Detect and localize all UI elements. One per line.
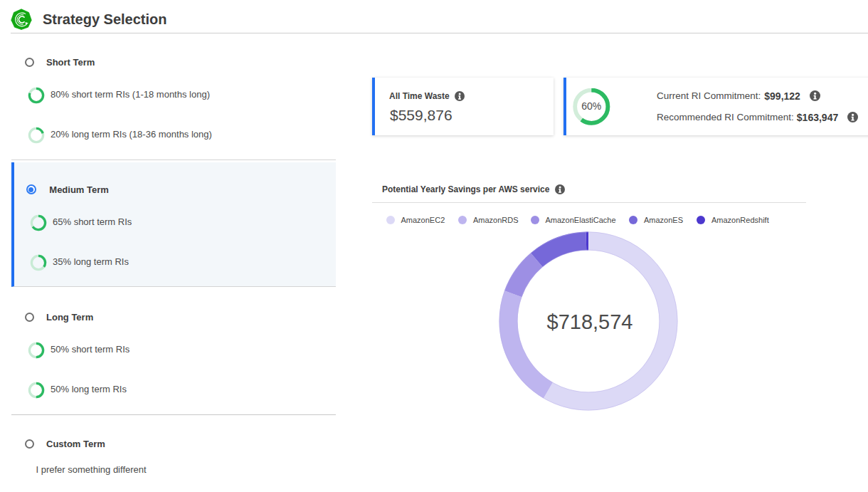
svg-text:60%: 60% (581, 100, 601, 112)
svg-text:$718,574: $718,574 (547, 310, 633, 333)
